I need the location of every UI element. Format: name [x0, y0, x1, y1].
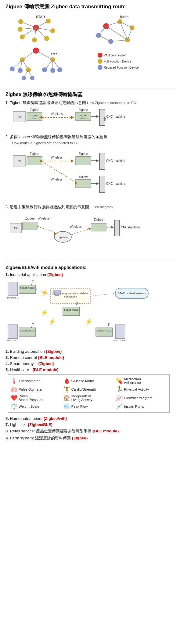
hc-thermometer: 🌡️ Thermometer	[11, 377, 62, 385]
app-item-1-num: 1.	[5, 272, 10, 277]
svg-marker-75	[96, 115, 99, 118]
hc-cardio-label: Cardio/Strength	[71, 388, 96, 391]
svg-text:⚡: ⚡	[85, 318, 92, 325]
svg-point-35	[22, 76, 26, 80]
svg-text:PC: PC	[17, 160, 21, 163]
app-item-5-text: Healthcare	[10, 367, 32, 372]
app-item-9-zh: 溫溼度計的資料傳回	[35, 436, 72, 440]
svg-rect-100	[99, 176, 105, 192]
app-item-7-tag: {Zigbee/BLE}	[28, 422, 53, 427]
hc-pulseox-label: Pulse Oximeter	[19, 388, 43, 391]
app-item-8-num: 8.	[5, 429, 10, 433]
svg-line-112	[71, 229, 89, 235]
hc-peak-label: Peak Flow	[71, 405, 88, 408]
svg-rect-118	[114, 220, 120, 236]
svg-point-125	[32, 281, 34, 282]
svg-rect-150	[96, 328, 113, 336]
svg-text:CNC machine: CNC machine	[106, 182, 125, 185]
svg-text:Zigbee: Zigbee	[30, 108, 39, 112]
svg-text:ZIGBEE RS232: ZIGBEE RS232	[20, 287, 34, 289]
svg-text:Machine-N: Machine-N	[114, 339, 126, 342]
svg-rect-133	[53, 292, 54, 295]
svg-text:PC: PC	[14, 227, 17, 229]
svg-text:Zigbee: Zigbee	[31, 114, 38, 117]
app-item-5-tag: {BLE module}	[32, 367, 59, 372]
hc-glucose-icon: 🩸	[63, 377, 70, 384]
svg-line-48	[111, 40, 128, 41]
topology-diagram: STAR Tree	[5, 13, 176, 85]
app-item-2-text: Building automation	[10, 349, 46, 354]
svg-rect-131	[54, 290, 60, 295]
svg-line-52	[120, 22, 128, 40]
hc-bp: ❤️ Pulse/Blood Pressure	[11, 394, 62, 402]
hc-insulin-label: Insulin Pump	[124, 405, 144, 408]
diagram-3: PC Zigbee Wireless repeater Wireless Zig…	[9, 211, 167, 254]
svg-line-155	[90, 293, 115, 296]
svg-line-20	[36, 51, 53, 60]
svg-point-29	[42, 67, 47, 72]
hc-therm-icon: 🌡️	[11, 377, 17, 384]
hc-weight-label: Weight Scale	[19, 405, 39, 408]
hc-physical: 🏃 Physical Activity	[116, 386, 167, 393]
hc-physical-icon: 🏃	[116, 386, 123, 393]
hc-physical-label: Physical Activity	[124, 388, 149, 391]
svg-text:ZIGBEE RS232: ZIGBEE RS232	[20, 330, 34, 332]
item2-en: How multiple Zigbees are connected to PC	[12, 141, 79, 145]
hc-weight: ⚖️ Weight Scale	[11, 403, 62, 410]
app-item-2-num: 2.	[5, 349, 10, 354]
svg-text:Full Function Device: Full Function Device	[104, 60, 131, 63]
svg-text:Zigbee: Zigbee	[25, 217, 35, 220]
hc-cardio: 🏋️ Cardio/Strength	[63, 386, 114, 393]
svg-rect-104	[23, 222, 37, 230]
svg-text:⚡: ⚡	[41, 309, 48, 316]
svg-point-15	[18, 27, 23, 32]
svg-line-138	[76, 304, 77, 307]
app-item-5: 5. Healthcare {BLE module}	[5, 367, 175, 372]
hc-ecg-label: Electrocardiogram	[124, 396, 152, 400]
svg-marker-84	[71, 159, 74, 163]
hc-pulse-ox: 🫁 Pulse Oximeter	[11, 386, 62, 393]
svg-text:Wireless: Wireless	[38, 217, 49, 220]
diagram-1: PC Zigbee board Zigbee Wireless Zigbee b…	[12, 107, 170, 131]
hc-insulin-icon: 💉	[116, 403, 123, 410]
app-item-8-text: Retail service:	[10, 429, 36, 433]
app-item-8-tag: {BLE module}	[92, 429, 119, 433]
item3-num: 3.	[5, 205, 10, 209]
hc-med-label: MedicationAdherence	[124, 377, 141, 385]
svg-text:CNC machine: CNC machine	[106, 115, 125, 118]
wireless-item-2: 2. 多個 zigbee 傳輸器/無線傳輸協調器連結到電腦的示意圖 How mu…	[5, 134, 175, 205]
item2-num: 2.	[5, 135, 10, 139]
svg-line-18	[22, 51, 36, 60]
svg-line-107	[37, 226, 55, 232]
svg-line-50	[99, 26, 106, 35]
app-item-3: 3. Remote control {BLE module}	[5, 355, 175, 360]
app-title: Zigbee/BLE/wifi module applications:	[5, 265, 175, 270]
hc-medication: 💊 MedicationAdherence	[116, 377, 167, 385]
app-item-8: 8. Retail service: 產品位置傳回顧客的智慧型手機 {BLE m…	[5, 428, 175, 434]
svg-text:Zigbee: Zigbee	[94, 218, 103, 221]
svg-marker-67	[71, 116, 74, 119]
hc-pulseox-icon: 🫁	[11, 386, 17, 393]
svg-point-3	[18, 19, 23, 24]
app-item-3-text: Remote control	[10, 355, 38, 360]
item2-zh: 多個 zigbee 傳輸器/無線傳輸協調器連結到電腦的示意圖	[10, 135, 107, 139]
app-item-3-num: 3.	[5, 355, 10, 360]
svg-rect-91	[99, 153, 105, 170]
hc-weight-icon: ⚖️	[11, 403, 17, 410]
svg-point-31	[50, 68, 55, 73]
svg-point-56	[98, 59, 103, 64]
svg-line-45	[106, 22, 120, 26]
svg-rect-114	[91, 223, 106, 231]
hc-peakflow: 💨 Peak Flow	[63, 403, 114, 410]
main-title: Zigbee 傳輸示意圖 Zigbee data transmitting ro…	[5, 3, 175, 10]
svg-point-58	[98, 65, 103, 70]
hc-bp-icon: ❤️	[11, 395, 17, 401]
svg-rect-132	[56, 295, 59, 296]
svg-text:Mesh: Mesh	[120, 15, 128, 19]
hc-glucose-label: Glucose Meter	[71, 379, 94, 383]
app-item-6-text: Home automation:	[10, 416, 43, 421]
svg-marker-113	[88, 227, 91, 231]
app-item-2-tag: {Zigbee}	[46, 349, 62, 354]
hc-med-icon: 💊	[116, 377, 123, 384]
app-item-1-text: Industrial application	[10, 272, 47, 277]
